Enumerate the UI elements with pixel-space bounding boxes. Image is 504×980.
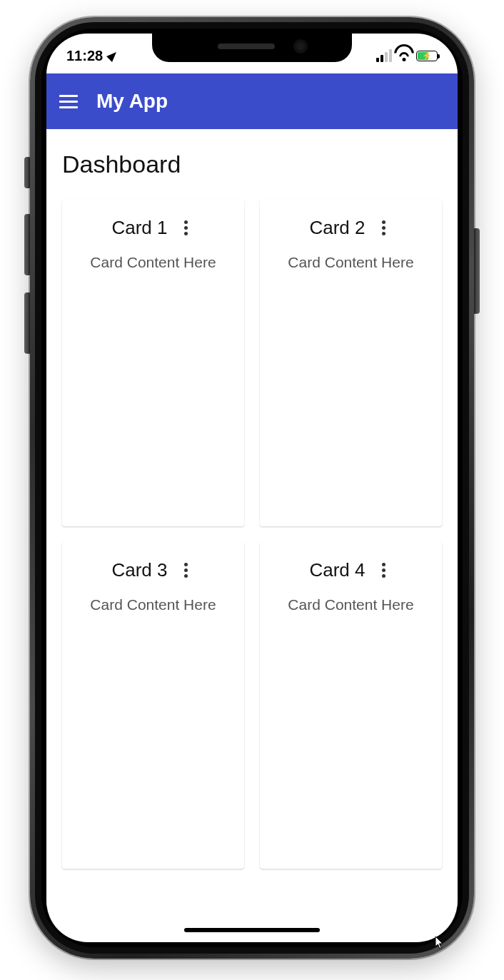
more-vert-icon [382,563,385,566]
card-4[interactable]: Card 4 Card Content Here [260,542,442,869]
card-grid: Card 1 Card Content Here Card 2 Ca [62,200,442,869]
card-content: Card Content Here [288,594,413,615]
card-more-button[interactable] [178,562,195,579]
card-title: Card 3 [111,559,167,581]
more-vert-icon [184,563,188,566]
hamburger-icon [59,95,78,97]
status-left: 11:28 [66,48,119,64]
card-content: Card Content Here [288,252,413,272]
menu-button[interactable] [59,91,81,112]
status-right: ⚡ [376,49,438,62]
status-time: 11:28 [66,48,103,64]
card-more-button[interactable] [376,220,393,237]
mouse-cursor-icon [435,936,445,950]
card-header: Card 3 [74,559,233,581]
canvas: 11:28 ⚡ My App [0,0,504,980]
battery-icon: ⚡ [416,51,438,61]
card-header: Card 2 [271,217,430,239]
app-bar: My App [46,73,458,129]
card-title: Card 2 [309,217,365,239]
card-2[interactable]: Card 2 Card Content Here [260,200,442,526]
more-vert-icon [184,220,188,224]
content-area: Dashboard Card 1 Card Content Here Card … [46,129,458,890]
card-title: Card 1 [111,217,167,239]
app-title: My App [96,90,168,113]
card-header: Card 1 [74,217,233,239]
card-more-button[interactable] [178,220,195,237]
location-services-icon [106,49,119,62]
more-vert-icon [382,220,385,224]
home-indicator[interactable] [184,928,320,932]
card-header: Card 4 [271,559,430,581]
wifi-icon [396,50,412,61]
card-title: Card 4 [309,559,365,581]
page-title: Dashboard [62,150,442,178]
phone-speaker [218,44,275,49]
screen: 11:28 ⚡ My App [46,34,458,942]
card-3[interactable]: Card 3 Card Content Here [62,542,244,869]
phone-camera [295,41,306,52]
charging-bolt-icon: ⚡ [422,51,432,61]
card-1[interactable]: Card 1 Card Content Here [62,200,244,526]
cellular-signal-icon [376,49,392,62]
card-content: Card Content Here [90,252,216,272]
card-content: Card Content Here [90,594,216,615]
phone-notch [152,34,352,62]
card-more-button[interactable] [376,562,393,579]
